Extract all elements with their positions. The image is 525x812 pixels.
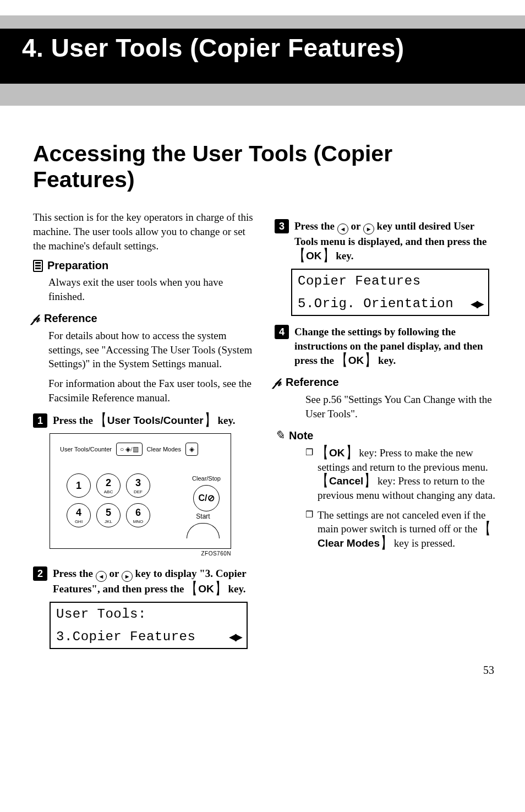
- chapter-header: 4. User Tools (Copier Features): [0, 0, 525, 121]
- note-heading: ✎ Note: [275, 427, 497, 444]
- note-label: Note: [289, 428, 313, 443]
- clear-modes-key: Clear Modes: [318, 537, 380, 549]
- lcd2-line1: Copier Features: [292, 270, 488, 292]
- lcd-display-2: Copier Features 5.Orig. Orientation ◀▶: [291, 269, 489, 317]
- reference-text-2: For information about the Fax user tools…: [48, 377, 256, 405]
- step-3-text-d: key.: [333, 250, 354, 261]
- ok-key: OK: [329, 447, 345, 459]
- preparation-icon: [33, 260, 43, 272]
- right-arrow-key-icon: ▸: [122, 571, 133, 582]
- fig-key-4: 4GHI: [67, 503, 91, 527]
- fig-clear-stop: Clear/Stop C/⊘: [192, 475, 221, 511]
- step-3-text-b: or: [348, 220, 363, 232]
- step-1-text-b: key.: [215, 415, 236, 426]
- left-column: This section is for the key operators in…: [33, 210, 256, 655]
- cancel-key: Cancel: [329, 475, 363, 487]
- step-4: 4 Change the settings by following the i…: [275, 325, 497, 367]
- reference-heading-right: 𝓅 Reference: [275, 374, 497, 390]
- fig-key-5: 5JKL: [96, 503, 121, 527]
- note-item-2: The settings are not canceled even if th…: [305, 508, 497, 551]
- step-badge-1: 1: [33, 413, 47, 428]
- fig-user-tools-button: ○ ◈/▥: [116, 443, 143, 456]
- lcd-nav-arrows-icon: ◀▶: [471, 297, 483, 310]
- reference-label-right: Reference: [286, 375, 339, 390]
- lcd-nav-arrows-icon: ◀▶: [229, 630, 241, 644]
- section-title: Accessing the User Tools (Copier Feature…: [33, 141, 497, 193]
- step-badge-4: 4: [275, 325, 289, 339]
- page-number: 53: [483, 664, 494, 677]
- step-2-text-b: or: [107, 568, 122, 579]
- step-2: 2 Press the ◂ or ▸ key to display "3. Co…: [33, 566, 256, 596]
- reference-icon: 𝓅: [275, 374, 281, 390]
- step-badge-3: 3: [275, 219, 289, 233]
- step-3: 3 Press the ◂ or ▸ key until desired Use…: [275, 219, 497, 263]
- fig-key-2: 2ABC: [96, 473, 121, 498]
- step-1-text-a: Press the: [53, 415, 96, 426]
- right-column: 3 Press the ◂ or ▸ key until desired Use…: [275, 210, 497, 655]
- preparation-heading: Preparation: [33, 258, 256, 273]
- fig-start: Start: [187, 512, 220, 538]
- step-badge-2: 2: [33, 566, 47, 581]
- step-2-text-d: key.: [226, 583, 246, 595]
- fig-key-3: 3DEF: [126, 473, 150, 498]
- user-tools-counter-key: User Tools/Counter: [107, 415, 204, 426]
- step-1: 1 Press the 【User Tools/Counter】 key.: [33, 413, 256, 428]
- fig-clear-modes-label: Clear Modes: [147, 445, 181, 454]
- step-3-text-a: Press the: [294, 220, 337, 232]
- lcd1-line1: User Tools:: [51, 603, 247, 625]
- intro-paragraph: This section is for the key operators in…: [33, 210, 256, 253]
- lcd2-line2: 5.Orig. Orientation ◀▶: [292, 292, 488, 315]
- ok-key: OK: [306, 250, 322, 261]
- keypad-figure: User Tools/Counter ○ ◈/▥ Clear Modes ◈ 1…: [50, 433, 256, 558]
- left-arrow-key-icon: ◂: [337, 224, 348, 235]
- note-icon: ✎: [275, 427, 285, 444]
- reference-icon: 𝓅: [33, 310, 40, 326]
- fig-clear-modes-button: ◈: [185, 443, 198, 456]
- reference-label: Reference: [44, 311, 97, 326]
- step-2-text-a: Press the: [53, 568, 96, 579]
- lcd1-line2: 3.Copier Features ◀▶: [51, 625, 247, 648]
- ok-key: OK: [198, 583, 214, 595]
- fig-user-tools-label: User Tools/Counter: [60, 445, 112, 454]
- fig-key-6: 6MNO: [126, 503, 150, 527]
- reference-heading: 𝓅 Reference: [33, 310, 256, 326]
- preparation-text: Always exit the user tools when you have…: [48, 275, 256, 303]
- note-item-1: 【OK】 key: Press to make the new settings…: [305, 446, 497, 503]
- preparation-label: Preparation: [47, 258, 108, 273]
- step-4-text-b: key.: [375, 355, 396, 366]
- reference-text-1: For details about how to access the syst…: [48, 329, 256, 371]
- lcd-display-1: User Tools: 3.Copier Features ◀▶: [50, 602, 248, 650]
- fig-key-1: 1: [67, 473, 91, 498]
- right-arrow-key-icon: ▸: [363, 224, 374, 235]
- chapter-title: 4. User Tools (Copier Features): [22, 33, 503, 63]
- ok-key: OK: [348, 355, 364, 366]
- left-arrow-key-icon: ◂: [96, 571, 107, 582]
- figure-code: ZFOS760N: [50, 550, 231, 558]
- reference-text-right: See p.56 "Settings You Can Change with t…: [305, 393, 497, 421]
